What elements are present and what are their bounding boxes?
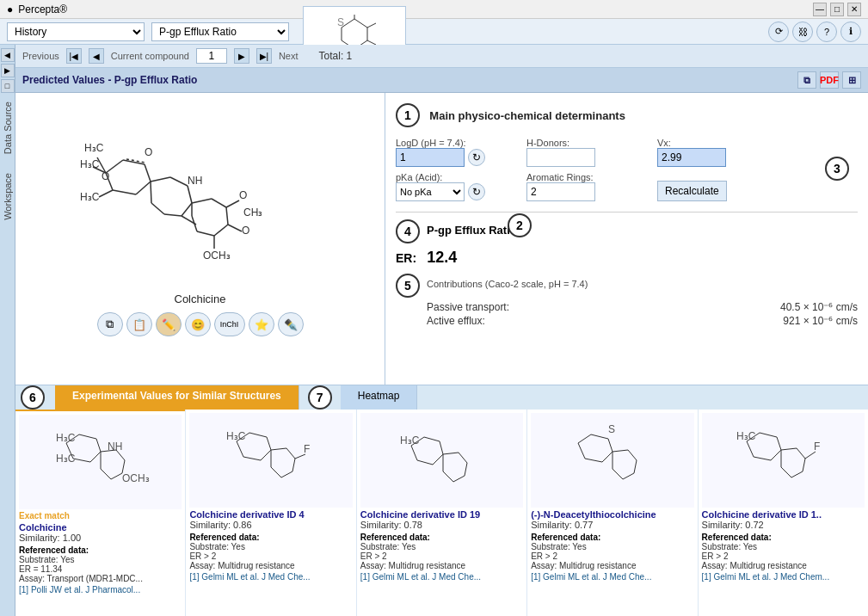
svg-line-56	[122, 460, 125, 473]
svg-line-74	[271, 467, 281, 477]
mol-copy-btn[interactable]: ⧉	[97, 312, 123, 336]
svg-line-16	[151, 177, 170, 182]
minimize-button[interactable]: —	[813, 3, 827, 16]
similar-source-4: [1] Gelmi ML et al. J Med Chem...	[702, 572, 865, 582]
navigation-bar: Previous |◀ ◀ Current compound ▶ ▶| Next…	[15, 45, 868, 68]
similar-item-0[interactable]: H₃C H₃C OCH₃ NH Exact match Colchicine S…	[15, 410, 185, 616]
similar-sim-1: Similarity: 0.86	[189, 520, 352, 530]
similar-ref-4: Referenced data:	[702, 533, 865, 542]
mol-pencil-btn[interactable]: ✒️	[278, 312, 304, 336]
badge-4: 4	[396, 219, 420, 243]
hdonors-input[interactable]	[526, 148, 595, 167]
svg-line-108	[771, 450, 781, 460]
current-compound-input[interactable]	[196, 48, 227, 64]
vx-input[interactable]	[657, 148, 726, 167]
sidebar-btn-2[interactable]: ▶	[1, 64, 15, 77]
total-label: Total: 1	[319, 50, 353, 62]
pka-cycle-btn[interactable]: ↻	[468, 183, 485, 200]
mol-edit-btn[interactable]: ✏️	[156, 312, 182, 336]
similar-assay-2: Assay: Multidrug resistance	[360, 561, 523, 570]
svg-line-89	[443, 471, 453, 482]
model-dropdown[interactable]: P-gp Efflux Ratio	[151, 22, 289, 41]
similar-item-2[interactable]: H₃C Colchicine derivative ID 19 Similari…	[357, 410, 526, 616]
link-icon[interactable]: ⛓	[792, 22, 813, 42]
maximize-button[interactable]: □	[830, 3, 844, 16]
badge-5: 5	[396, 274, 420, 298]
molecule-name: Colchicine	[175, 293, 226, 305]
nav-next-button[interactable]: ▶	[234, 48, 249, 64]
nav-last-button[interactable]: ▶|	[256, 48, 272, 64]
main-content-panel: H₃C H₃C H₃C O O NH O	[15, 93, 868, 385]
svg-line-51	[90, 452, 101, 462]
content-area: Previous |◀ ◀ Current compound ▶ ▶| Next…	[15, 45, 868, 616]
svg-text:H₃C: H₃C	[400, 434, 420, 447]
similar-item-3[interactable]: S (-)-N-Deacetylthiocolchicine Similarit…	[527, 410, 697, 616]
info-icon[interactable]: ℹ	[840, 22, 861, 42]
svg-line-85	[443, 453, 459, 454]
similar-ref-0: Referenced data:	[19, 545, 182, 555]
similar-sim-0: Similarity: 1.00	[19, 533, 182, 543]
active-label: Active efflux:	[396, 315, 485, 327]
heatmap-tab[interactable]: Heatmap	[341, 385, 418, 410]
experimental-tab[interactable]: Experimental Values for Similar Structur…	[55, 385, 299, 410]
aromatic-label: Aromatic Rings:	[526, 172, 647, 182]
svg-line-73	[281, 471, 292, 477]
similar-substrate-4: Substrate: Yes	[702, 542, 865, 551]
sidebar-btn-1[interactable]: ◀	[1, 48, 15, 62]
similar-item-4[interactable]: F H₃C Colchicine derivative ID 1.. Simil…	[699, 410, 868, 616]
close-button[interactable]: ✕	[847, 3, 861, 16]
similar-item-1[interactable]: F H₃C Colchicine derivative ID 4 Similar…	[186, 410, 355, 616]
svg-text:CH₃: CH₃	[243, 206, 262, 219]
sidebar-btn-3[interactable]: □	[1, 79, 15, 93]
logd-input[interactable]	[396, 148, 465, 167]
similar-substrate-3: Substrate: Yes	[531, 542, 693, 551]
svg-line-101	[623, 473, 634, 479]
mol-clipboard-btn[interactable]: 📋	[126, 312, 152, 336]
similar-source-2: [1] Gelmi ML et al. J Med Che...	[360, 572, 523, 582]
svg-text:OCH₃: OCH₃	[203, 249, 231, 262]
vx-label: Vx:	[657, 138, 760, 148]
svg-line-99	[628, 450, 637, 460]
nav-first-button[interactable]: |◀	[66, 48, 82, 64]
svg-line-68	[243, 457, 261, 460]
copy-icon[interactable]: ⧉	[797, 71, 816, 89]
svg-text:OCH₃: OCH₃	[122, 472, 150, 484]
er-value: 12.4	[427, 249, 457, 267]
aromatic-input[interactable]	[526, 182, 595, 201]
export-icon[interactable]: ⊞	[842, 71, 861, 89]
data-source-label[interactable]: Data Source	[3, 102, 13, 154]
predicted-values-title: Predicted Values - P-gp Efflux Ratio	[22, 74, 197, 86]
svg-line-67	[261, 450, 271, 460]
similar-source-1: [1] Gelmi ML et al. J Med Che...	[189, 572, 352, 582]
logd-cycle-btn[interactable]: ↻	[468, 149, 485, 166]
sidebar-tabs: ◀ ▶ □ Data Source Workspace	[0, 45, 15, 616]
history-dropdown[interactable]: History	[7, 22, 145, 41]
svg-text:NH: NH	[108, 440, 122, 453]
svg-text:NH: NH	[188, 175, 202, 187]
svg-text:H₃C: H₃C	[56, 432, 76, 444]
svg-text:H₃C: H₃C	[226, 430, 246, 442]
mol-inchi-btn[interactable]: InChI	[214, 312, 245, 336]
mol-star-btn[interactable]: ⭐	[249, 312, 274, 336]
svg-text:S: S	[337, 16, 344, 28]
pdf-icon[interactable]: PDF	[820, 71, 839, 89]
pka-select[interactable]: No pKa	[396, 182, 465, 201]
workspace-label[interactable]: Workspace	[3, 173, 13, 220]
nav-prev-button[interactable]: ◀	[89, 48, 104, 64]
svg-line-69	[237, 441, 243, 457]
similar-name-2: Colchicine derivative ID 19	[360, 509, 523, 520]
svg-line-7	[367, 23, 376, 28]
svg-line-87	[465, 463, 467, 476]
badge-3: 3	[825, 157, 849, 181]
mol-smiley-btn[interactable]: 😊	[185, 312, 211, 336]
current-label: Current compound	[111, 51, 189, 61]
refresh-icon[interactable]: ⟳	[768, 22, 789, 42]
similar-assay-0: Assay: Transport (MDR1-MDC...	[19, 574, 182, 583]
svg-line-23	[192, 199, 212, 203]
help-icon[interactable]: ?	[816, 22, 837, 42]
recalculate-button[interactable]: Recalculate	[657, 181, 727, 201]
similar-name-0: Colchicine	[19, 522, 182, 533]
hdonors-label: H-Donors:	[526, 138, 647, 148]
similar-mol-4: F H₃C	[702, 413, 865, 508]
svg-line-112	[797, 448, 805, 459]
